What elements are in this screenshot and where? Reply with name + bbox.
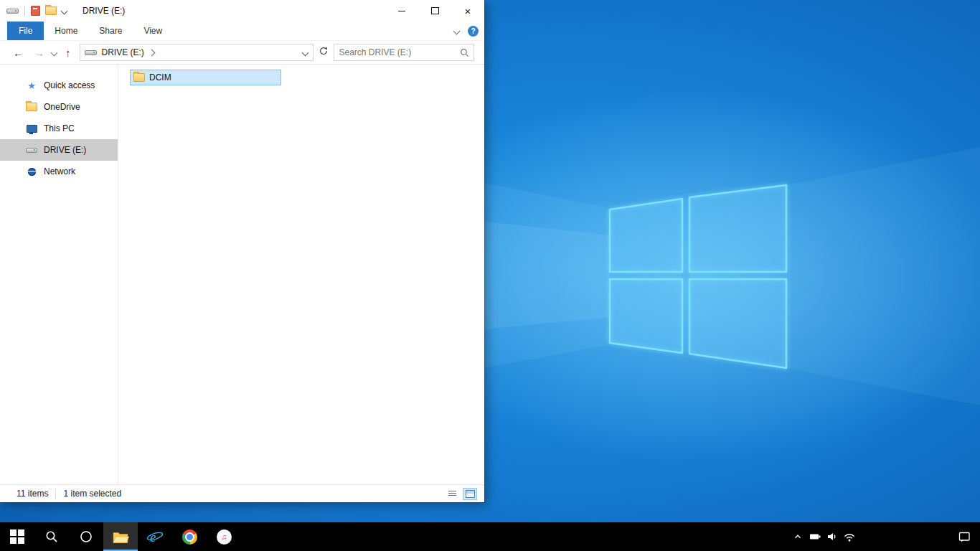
desktop: DRIVE (E:) × File Home Share View ? ← → … [0, 0, 980, 551]
window-title: DRIVE (E:) [83, 6, 125, 16]
cortana-button[interactable] [69, 522, 103, 551]
wifi-icon [844, 531, 855, 542]
view-toggle-buttons [445, 488, 477, 500]
chrome-icon [182, 529, 197, 545]
window-controls: × [385, 0, 484, 22]
maximize-icon [431, 7, 439, 14]
tab-share[interactable]: Share [88, 22, 133, 40]
sidebar-item-drive-e[interactable]: DRIVE (E:) [0, 139, 118, 161]
ribbon-right-controls: ? [454, 22, 479, 40]
search-input[interactable] [334, 47, 474, 57]
file-item-dcim[interactable]: DCIM [130, 70, 281, 85]
location-drive-icon [85, 50, 97, 55]
items-count: 11 items [17, 489, 48, 499]
computer-icon [26, 125, 37, 133]
tab-home[interactable]: Home [44, 22, 88, 40]
separator [24, 6, 25, 16]
address-dropdown-chevron-icon[interactable] [301, 49, 308, 56]
up-button[interactable]: ↑ [65, 47, 71, 59]
navigation-bar: ← → ↑ DRIVE (E:) [0, 40, 484, 65]
start-button[interactable] [0, 522, 34, 551]
file-name: DCIM [149, 72, 171, 83]
tab-view[interactable]: View [133, 22, 173, 40]
sidebar-item-label: This PC [44, 123, 75, 133]
file-explorer-window: DRIVE (E:) × File Home Share View ? ← → … [0, 0, 484, 502]
speaker-icon [826, 531, 838, 542]
ribbon-tabs: File Home Share View ? [0, 22, 484, 40]
new-folder-icon[interactable] [45, 6, 57, 15]
internet-explorer-button[interactable]: e [138, 522, 172, 551]
sidebar-item-network[interactable]: Network [0, 161, 118, 182]
forward-button[interactable]: → [34, 47, 44, 59]
customize-chevron-icon[interactable] [61, 7, 68, 14]
drive-icon [26, 148, 37, 153]
folder-icon [26, 103, 37, 111]
sidebar-item-quick-access[interactable]: ★ Quick access [0, 75, 118, 96]
taskbar-file-explorer-button[interactable] [103, 522, 138, 551]
tab-file[interactable]: File [7, 22, 44, 40]
minimize-button[interactable] [385, 0, 418, 22]
file-list[interactable]: DCIM [118, 65, 484, 485]
explorer-body: ★ Quick access OneDrive This PC DRIVE (E… [0, 65, 484, 485]
battery-indicator[interactable] [806, 522, 824, 551]
refresh-icon [319, 46, 329, 56]
network-icon [26, 168, 37, 176]
windows-logo-icon [10, 529, 24, 544]
navigation-pane: ★ Quick access OneDrive This PC DRIVE (E… [0, 65, 118, 485]
close-icon: × [465, 6, 471, 17]
folder-icon [112, 528, 129, 545]
selected-count: 1 item selected [63, 489, 121, 499]
search-icon[interactable] [460, 48, 469, 57]
itunes-button[interactable]: ♫ [207, 522, 241, 551]
chrome-button[interactable] [172, 522, 207, 551]
music-note-icon: ♫ [217, 529, 232, 545]
properties-icon[interactable] [31, 6, 40, 16]
large-icons-view-icon [466, 490, 475, 498]
refresh-button[interactable] [319, 46, 329, 59]
expand-ribbon-chevron-icon[interactable] [453, 27, 461, 34]
sidebar-item-label: Network [44, 166, 75, 176]
recent-locations-chevron-icon[interactable] [51, 49, 58, 56]
folder-icon [133, 73, 145, 82]
back-button[interactable]: ← [13, 47, 24, 59]
star-icon: ★ [26, 81, 37, 90]
cortana-circle-icon [80, 530, 93, 543]
taskbar-search-button[interactable] [34, 522, 69, 551]
taskbar-spacer [858, 522, 948, 551]
quick-access-toolbar [0, 6, 67, 16]
sidebar-item-label: OneDrive [44, 102, 80, 112]
close-button[interactable]: × [451, 0, 484, 22]
help-icon[interactable]: ? [468, 26, 479, 37]
search-box[interactable] [334, 44, 475, 61]
ie-icon: e [146, 528, 164, 545]
sidebar-item-label: Quick access [44, 80, 95, 90]
network-indicator[interactable] [841, 522, 858, 551]
taskbar: e ♫ [0, 522, 980, 551]
volume-indicator[interactable] [824, 522, 841, 551]
minimize-icon [398, 11, 405, 11]
notification-icon [958, 531, 971, 543]
system-tray [789, 522, 980, 551]
sidebar-item-this-pc[interactable]: This PC [0, 118, 118, 139]
hidden-icons-button[interactable] [789, 522, 806, 551]
details-view-icon [448, 491, 456, 497]
chevron-up-icon [793, 532, 803, 542]
large-icons-view-button[interactable] [463, 488, 477, 500]
battery-icon [809, 531, 821, 542]
sidebar-item-onedrive[interactable]: OneDrive [0, 96, 118, 118]
details-view-button[interactable] [445, 488, 459, 500]
status-bar: 11 items 1 item selected [0, 484, 484, 502]
separator [55, 489, 56, 499]
sidebar-item-label: DRIVE (E:) [44, 145, 86, 155]
svg-text:e: e [150, 529, 156, 545]
drive-icon [6, 9, 19, 14]
maximize-button[interactable] [418, 0, 451, 22]
address-bar[interactable]: DRIVE (E:) [80, 44, 314, 61]
action-center-button[interactable] [948, 522, 980, 551]
breadcrumb[interactable]: DRIVE (E:) [102, 47, 144, 57]
search-icon [45, 530, 58, 543]
titlebar[interactable]: DRIVE (E:) × [0, 0, 484, 22]
breadcrumb-chevron-icon[interactable] [148, 49, 155, 56]
